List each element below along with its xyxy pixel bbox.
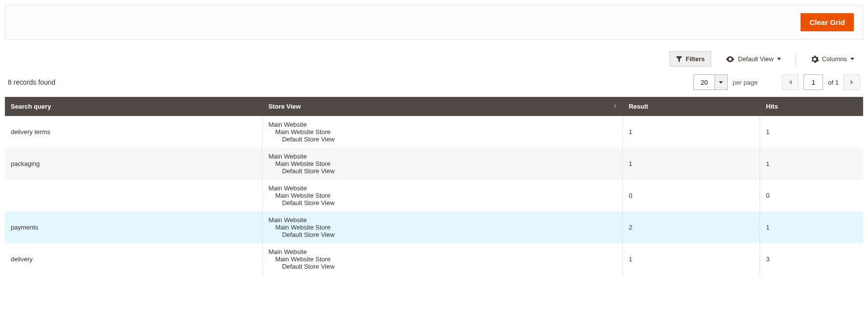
table-row[interactable]: deliveryMain WebsiteMain Website StoreDe… <box>5 243 863 275</box>
records-found-label: 8 records found <box>8 78 55 86</box>
col-header-search-query[interactable]: Search query <box>5 97 262 116</box>
cell-text: 0 <box>766 192 769 199</box>
store-l3: Default Store View <box>268 231 616 238</box>
cell-search-query: payments <box>5 211 262 243</box>
cell-store-view: Main WebsiteMain Website StoreDefault St… <box>262 116 623 148</box>
caret-down-icon <box>777 58 781 60</box>
table-row[interactable]: paymentsMain WebsiteMain Website StoreDe… <box>5 211 863 243</box>
page-size-dropdown-toggle[interactable] <box>715 75 727 90</box>
per-page-label: per page <box>733 79 758 86</box>
default-view-label: Default View <box>738 55 774 63</box>
cell-text: 1 <box>629 160 632 167</box>
store-l3: Default Store View <box>268 263 616 270</box>
cell-result: 1 <box>623 243 760 275</box>
store-l1: Main Website <box>268 216 616 224</box>
col-header-hits[interactable]: Hits <box>760 97 863 116</box>
cell-store-view: Main WebsiteMain Website StoreDefault St… <box>262 148 623 180</box>
col-header-result[interactable]: Result <box>623 97 760 116</box>
col-label: Hits <box>766 103 778 110</box>
cell-text: 1 <box>766 128 769 136</box>
col-header-store-view[interactable]: Store View ↑ <box>262 97 623 116</box>
pager-controls: per page of 1 <box>694 74 860 90</box>
cell-hits: 3 <box>760 243 863 275</box>
cell-search-query: delivery <box>5 243 262 275</box>
cell-text: 0 <box>629 192 632 199</box>
cell-text: 1 <box>766 224 769 231</box>
cell-text: 1 <box>766 160 769 167</box>
table-row[interactable]: Main WebsiteMain Website StoreDefault St… <box>5 180 863 211</box>
gear-icon <box>811 55 819 63</box>
grid-toolbar: Filters Default View Columns <box>5 49 863 71</box>
cell-text: packaging <box>11 160 40 167</box>
chevron-right-icon <box>850 80 853 85</box>
cell-hits: 1 <box>760 116 863 148</box>
col-label: Search query <box>11 103 51 110</box>
cell-text: payments <box>11 224 38 231</box>
grid-header-row: Search query Store View ↑ Result Hits <box>5 97 863 116</box>
cell-text: 2 <box>629 224 632 231</box>
store-l2: Main Website Store <box>268 128 616 136</box>
store-l2: Main Website Store <box>268 255 616 263</box>
prev-page-button[interactable] <box>782 74 799 90</box>
cell-store-view: Main WebsiteMain Website StoreDefault St… <box>262 211 623 243</box>
columns-dropdown[interactable]: Columns <box>805 52 860 67</box>
pager-row: 8 records found per page of 1 <box>5 71 863 97</box>
store-l1: Main Website <box>268 248 616 255</box>
default-view-dropdown[interactable]: Default View <box>720 52 787 66</box>
total-pages-label: of 1 <box>828 79 839 86</box>
cell-hits: 1 <box>760 148 863 180</box>
store-l3: Default Store View <box>268 199 616 207</box>
next-page-button[interactable] <box>844 74 860 90</box>
store-l2: Main Website Store <box>268 160 616 167</box>
store-l1: Main Website <box>268 185 616 192</box>
cell-text: 1 <box>629 128 632 136</box>
toolbar-divider <box>796 54 796 65</box>
cell-result: 2 <box>623 211 760 243</box>
caret-down-icon <box>850 58 854 60</box>
table-row[interactable]: delivery termsMain WebsiteMain Website S… <box>5 116 863 148</box>
chevron-left-icon <box>789 80 792 85</box>
cell-search-query <box>5 180 262 211</box>
filters-label: Filters <box>686 55 705 63</box>
cell-result: 0 <box>623 180 760 211</box>
cell-hits: 0 <box>760 180 863 211</box>
store-l1: Main Website <box>268 153 616 160</box>
cell-result: 1 <box>623 116 760 148</box>
funnel-icon <box>676 56 682 62</box>
cell-search-query: delivery terms <box>5 116 262 148</box>
eye-icon <box>726 56 735 62</box>
cell-text: delivery <box>11 255 33 263</box>
filters-button[interactable]: Filters <box>670 51 711 67</box>
store-l1: Main Website <box>268 121 616 128</box>
search-terms-grid: Search query Store View ↑ Result Hits de… <box>5 97 863 275</box>
top-action-bar: Clear Grid <box>5 5 863 40</box>
page-size-input[interactable] <box>694 75 715 90</box>
cell-text: 1 <box>629 255 632 263</box>
page-size-selector[interactable] <box>694 74 728 90</box>
col-label: Result <box>629 103 648 110</box>
col-label: Store View <box>268 103 301 110</box>
clear-grid-button[interactable]: Clear Grid <box>801 13 854 31</box>
cell-search-query: packaging <box>5 148 262 180</box>
cell-store-view: Main WebsiteMain Website StoreDefault St… <box>262 243 623 275</box>
caret-down-icon <box>719 81 723 84</box>
store-l2: Main Website Store <box>268 224 616 231</box>
current-page-input[interactable] <box>803 74 823 90</box>
cell-hits: 1 <box>760 211 863 243</box>
store-l3: Default Store View <box>268 136 616 143</box>
cell-text: delivery terms <box>11 128 50 136</box>
table-row[interactable]: packagingMain WebsiteMain Website StoreD… <box>5 148 863 180</box>
cell-result: 1 <box>623 148 760 180</box>
cell-text: 3 <box>766 255 769 263</box>
store-l2: Main Website Store <box>268 192 616 199</box>
sort-asc-icon: ↑ <box>613 103 616 110</box>
cell-store-view: Main WebsiteMain Website StoreDefault St… <box>262 180 623 211</box>
columns-label: Columns <box>822 55 847 63</box>
store-l3: Default Store View <box>268 167 616 175</box>
